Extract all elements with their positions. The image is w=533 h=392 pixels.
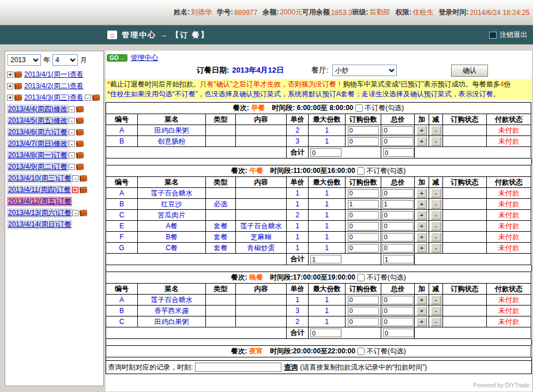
total-input[interactable] bbox=[382, 211, 414, 220]
sum-total-input[interactable] bbox=[383, 255, 414, 263]
expand-icon[interactable]: + bbox=[7, 95, 13, 101]
date-link[interactable]: 2013/4/13(周六)订餐 bbox=[7, 208, 72, 218]
date-link[interactable]: 2013/4/5(周五)修改 bbox=[7, 116, 69, 126]
total-input[interactable] bbox=[382, 307, 414, 315]
qty-input[interactable] bbox=[348, 126, 379, 135]
collapse-icon[interactable]: - bbox=[72, 210, 78, 216]
date-link[interactable]: 2013/4/12(周五)订餐 bbox=[7, 197, 72, 206]
date-link[interactable]: 2013/4/8(周一)订餐 bbox=[7, 150, 69, 160]
subtract-button[interactable]: - bbox=[431, 306, 441, 315]
date-link[interactable]: 2013/4/3(周三)查看 bbox=[23, 93, 85, 103]
collapse-icon[interactable]: - bbox=[69, 164, 75, 170]
subtract-button[interactable]: - bbox=[431, 137, 441, 146]
add-button[interactable]: + bbox=[416, 189, 427, 198]
expand-icon[interactable]: + bbox=[72, 187, 78, 193]
month-select[interactable]: 4 bbox=[52, 54, 78, 66]
query-time-input[interactable] bbox=[195, 363, 281, 372]
year-select[interactable]: 2013 bbox=[7, 54, 41, 66]
dish-max-qty: 1 bbox=[309, 232, 346, 243]
add-button[interactable]: + bbox=[416, 210, 427, 220]
collapse-icon[interactable]: - bbox=[69, 118, 75, 124]
column-header: 总价 bbox=[381, 177, 415, 188]
add-button[interactable]: + bbox=[416, 243, 427, 252]
total-input[interactable] bbox=[382, 200, 414, 209]
qty-input[interactable] bbox=[348, 296, 379, 304]
add-button[interactable]: + bbox=[416, 221, 427, 231]
no-order-checkbox[interactable] bbox=[355, 104, 363, 112]
column-header-row: 编号菜名类型内容单价最大份数订购份数总价加减订购状态付款状态 bbox=[106, 114, 531, 125]
confirm-button[interactable]: 确认 bbox=[451, 65, 488, 77]
qty-input[interactable] bbox=[348, 200, 379, 209]
total-input[interactable] bbox=[382, 244, 414, 252]
subtract-button[interactable]: - bbox=[431, 232, 441, 242]
date-link[interactable]: 2013/4/11(周四)订餐 bbox=[7, 185, 72, 195]
total-input[interactable] bbox=[382, 137, 414, 146]
subtract-button[interactable]: - bbox=[431, 295, 441, 304]
column-header: 单价 bbox=[287, 114, 309, 125]
qty-input[interactable] bbox=[348, 244, 379, 252]
date-link[interactable]: 2013/4/10(周三)订餐 bbox=[7, 174, 72, 183]
restaurant-select[interactable]: 小炒 bbox=[332, 65, 397, 76]
dish-max-qty: 1 bbox=[309, 199, 346, 210]
qty-input[interactable] bbox=[348, 318, 379, 326]
total-input[interactable] bbox=[382, 189, 414, 198]
collapse-icon[interactable]: - bbox=[69, 129, 75, 135]
add-button[interactable]: + bbox=[416, 126, 427, 135]
no-order-checkbox[interactable] bbox=[357, 348, 365, 355]
date-link[interactable]: 2013/4/6(周六)订餐 bbox=[7, 127, 69, 137]
sum-qty-input[interactable] bbox=[310, 255, 341, 263]
logout-link[interactable]: 注销退出 bbox=[489, 30, 527, 40]
sum-qty-input[interactable] bbox=[310, 148, 341, 157]
subtract-button[interactable]: - bbox=[431, 210, 441, 220]
qty-input[interactable] bbox=[348, 307, 379, 315]
column-header: 减 bbox=[429, 284, 443, 295]
subtract-button[interactable]: - bbox=[431, 189, 441, 198]
qty-input[interactable] bbox=[348, 211, 379, 220]
column-header: 加 bbox=[415, 177, 429, 188]
sum-qty-input[interactable] bbox=[310, 329, 341, 337]
add-button[interactable]: + bbox=[416, 199, 427, 209]
query-button[interactable]: 查询 bbox=[284, 363, 298, 372]
date-link[interactable]: 2013/4/4(周四)修改 bbox=[7, 104, 69, 114]
no-order-checkbox[interactable] bbox=[357, 167, 365, 175]
date-link[interactable]: 2013/4/7(周日)修改 bbox=[7, 139, 69, 149]
subtract-button[interactable]: - bbox=[431, 221, 441, 231]
no-order-checkbox[interactable] bbox=[357, 274, 365, 281]
breadcrumb-link[interactable]: 管理中心 bbox=[131, 53, 159, 63]
date-link[interactable]: 2013/4/1(周一)查看 bbox=[23, 70, 85, 80]
total-input[interactable] bbox=[382, 126, 414, 135]
subtract-button[interactable]: - bbox=[431, 199, 441, 209]
qty-input[interactable] bbox=[348, 189, 379, 198]
add-button[interactable]: + bbox=[416, 232, 427, 242]
qty-input[interactable] bbox=[348, 137, 379, 146]
total-input[interactable] bbox=[382, 318, 414, 326]
column-header: 付款状态 bbox=[487, 114, 531, 125]
date-link[interactable]: 2013/4/2(周二)查看 bbox=[23, 81, 85, 91]
date-link[interactable]: 2013/4/9(周二)订餐 bbox=[7, 162, 69, 172]
total-input[interactable] bbox=[382, 233, 414, 242]
date-link[interactable]: 2013/4/14(周日)订餐 bbox=[7, 220, 72, 229]
go-button[interactable]: GO→ bbox=[107, 54, 127, 62]
sum-total-input[interactable] bbox=[383, 329, 414, 337]
add-button[interactable]: + bbox=[416, 137, 427, 146]
collapse-icon[interactable]: - bbox=[69, 141, 75, 147]
sum-total-input[interactable] bbox=[383, 148, 414, 157]
add-button[interactable]: + bbox=[416, 317, 427, 326]
collapse-icon[interactable]: - bbox=[85, 95, 91, 101]
collapse-icon[interactable]: - bbox=[69, 152, 75, 159]
total-input[interactable] bbox=[382, 296, 414, 304]
subtract-button[interactable]: - bbox=[431, 243, 441, 252]
order-status bbox=[443, 188, 487, 199]
add-button[interactable]: + bbox=[416, 295, 427, 304]
total-input[interactable] bbox=[382, 222, 414, 231]
collapse-icon[interactable]: - bbox=[69, 106, 75, 112]
expand-icon[interactable]: + bbox=[7, 83, 13, 89]
add-button[interactable]: + bbox=[416, 306, 427, 315]
dish-row: A田鸡白果粥21+-未付款 bbox=[106, 125, 531, 136]
subtract-button[interactable]: - bbox=[431, 126, 441, 135]
qty-input[interactable] bbox=[348, 233, 379, 242]
subtract-button[interactable]: - bbox=[431, 317, 441, 326]
qty-input[interactable] bbox=[348, 222, 379, 231]
collapse-icon[interactable]: - bbox=[72, 175, 78, 182]
expand-icon[interactable]: + bbox=[7, 71, 13, 78]
